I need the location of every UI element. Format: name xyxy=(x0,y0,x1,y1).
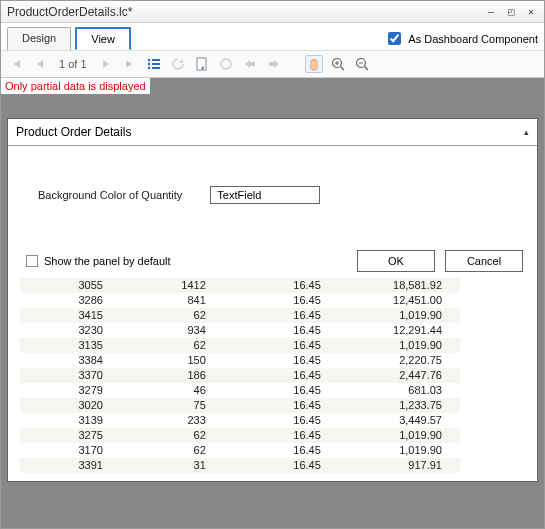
restore-icon[interactable]: ◰ xyxy=(504,5,518,19)
show-panel-label: Show the panel by default xyxy=(44,255,171,267)
table-cell: 3020 xyxy=(20,398,121,413)
button-group: OK Cancel xyxy=(357,250,523,272)
table-cell: 1412 xyxy=(121,278,224,293)
window-title: ProductOrderDetails.lc* xyxy=(7,5,132,19)
table-cell: 3230 xyxy=(20,323,121,338)
table-row[interactable]: 31356216.451,019.90 xyxy=(20,338,460,353)
table-row[interactable]: 328684116.4512,451.00 xyxy=(20,293,460,308)
forward-icon[interactable] xyxy=(265,55,283,73)
table-cell: 1,019.90 xyxy=(339,428,460,443)
report-title-bar[interactable]: Product Order Details ▴ xyxy=(8,119,537,146)
cancel-button[interactable]: Cancel xyxy=(445,250,523,272)
table-cell: 16.45 xyxy=(224,338,339,353)
nav-first-icon[interactable] xyxy=(7,55,25,73)
close-icon[interactable]: ✕ xyxy=(524,5,538,19)
table-cell: 12,291.44 xyxy=(339,323,460,338)
svg-rect-3 xyxy=(152,63,160,65)
table-cell: 3370 xyxy=(20,368,121,383)
table-cell: 3135 xyxy=(20,338,121,353)
circle-icon[interactable] xyxy=(217,55,235,73)
table-cell: 3286 xyxy=(20,293,121,308)
list-icon[interactable] xyxy=(145,55,163,73)
tab-view[interactable]: View xyxy=(75,27,131,50)
table-row[interactable]: 34156216.451,019.90 xyxy=(20,308,460,323)
collapse-arrow-icon[interactable]: ▴ xyxy=(524,127,529,137)
table-row[interactable]: 30207516.451,233.75 xyxy=(20,398,460,413)
table-cell: 3,449.57 xyxy=(339,413,460,428)
table-cell: 62 xyxy=(121,338,224,353)
table-cell: 3170 xyxy=(20,443,121,458)
table-cell: 186 xyxy=(121,368,224,383)
table-cell: 2,220.75 xyxy=(339,353,460,368)
table-cell: 841 xyxy=(121,293,224,308)
tab-design[interactable]: Design xyxy=(7,27,71,50)
zoom-in-icon[interactable] xyxy=(329,55,347,73)
table-cell: 3415 xyxy=(20,308,121,323)
quantity-color-field[interactable]: TextField xyxy=(210,186,320,204)
svg-point-0 xyxy=(147,59,149,61)
table-cell: 1,233.75 xyxy=(339,398,460,413)
ok-button[interactable]: OK xyxy=(357,250,435,272)
page-icon[interactable] xyxy=(193,55,211,73)
checkbox-icon[interactable] xyxy=(26,255,38,267)
table-row[interactable]: 3055141216.4518,581.92 xyxy=(20,278,460,293)
svg-line-9 xyxy=(340,67,344,71)
table-cell: 3055 xyxy=(20,278,121,293)
dashboard-component-checkbox[interactable]: As Dashboard Component xyxy=(384,29,538,48)
table-row[interactable]: 338415016.452,220.75 xyxy=(20,353,460,368)
report-title: Product Order Details xyxy=(16,125,131,139)
table-cell: 16.45 xyxy=(224,278,339,293)
dashboard-checkbox-input[interactable] xyxy=(388,32,401,45)
param-label: Background Color of Quantity xyxy=(38,189,182,201)
report-body: Background Color of Quantity TextField S… xyxy=(8,146,537,481)
table-cell: 16.45 xyxy=(224,413,339,428)
table-cell: 16.45 xyxy=(224,353,339,368)
table-row[interactable]: 313923316.453,449.57 xyxy=(20,413,460,428)
table-row[interactable]: 323093416.4512,291.44 xyxy=(20,323,460,338)
nav-prev-icon[interactable] xyxy=(31,55,49,73)
back-icon[interactable] xyxy=(241,55,259,73)
table-cell: 1,019.90 xyxy=(339,308,460,323)
table-cell: 62 xyxy=(121,443,224,458)
nav-next-icon[interactable] xyxy=(97,55,115,73)
table-row[interactable]: 32794616.45681.03 xyxy=(20,383,460,398)
svg-point-7 xyxy=(221,59,231,69)
report-wrap: Product Order Details ▴ Background Color… xyxy=(1,94,544,488)
content-frame: Only partial data is displayed Product O… xyxy=(1,78,544,529)
table-cell: 3275 xyxy=(20,428,121,443)
minimize-icon[interactable]: — xyxy=(484,5,498,19)
table-row[interactable]: 32756216.451,019.90 xyxy=(20,428,460,443)
refresh-icon[interactable] xyxy=(169,55,187,73)
zoom-out-icon[interactable] xyxy=(353,55,371,73)
window-buttons: — ◰ ✕ xyxy=(484,5,538,19)
table-cell: 18,581.92 xyxy=(339,278,460,293)
table-cell: 16.45 xyxy=(224,368,339,383)
table-cell: 3139 xyxy=(20,413,121,428)
table-cell: 2,447.76 xyxy=(339,368,460,383)
hand-icon[interactable] xyxy=(305,55,323,73)
svg-rect-1 xyxy=(152,59,160,61)
table-cell: 16.45 xyxy=(224,428,339,443)
table-cell: 31 xyxy=(121,458,224,473)
svg-point-4 xyxy=(147,67,149,69)
show-panel-checkbox[interactable]: Show the panel by default xyxy=(26,255,171,267)
parameter-row: Background Color of Quantity TextField xyxy=(38,186,527,204)
table-cell: 16.45 xyxy=(224,398,339,413)
table-cell: 16.45 xyxy=(224,293,339,308)
table-cell: 681.03 xyxy=(339,383,460,398)
table-row[interactable]: 33913116.45917.91 xyxy=(20,458,460,473)
table-cell: 16.45 xyxy=(224,323,339,338)
svg-rect-5 xyxy=(152,67,160,69)
table-row[interactable]: 31706216.451,019.90 xyxy=(20,443,460,458)
table-cell: 16.45 xyxy=(224,458,339,473)
table-cell: 1,019.90 xyxy=(339,338,460,353)
table-row[interactable]: 337018616.452,447.76 xyxy=(20,368,460,383)
svg-point-2 xyxy=(147,63,149,65)
table-cell: 62 xyxy=(121,428,224,443)
action-row: Show the panel by default OK Cancel xyxy=(26,250,523,272)
tabs: Design View xyxy=(7,27,135,50)
nav-last-icon[interactable] xyxy=(121,55,139,73)
table-cell: 917.91 xyxy=(339,458,460,473)
window-titlebar: ProductOrderDetails.lc* — ◰ ✕ xyxy=(1,1,544,23)
table-cell: 62 xyxy=(121,308,224,323)
